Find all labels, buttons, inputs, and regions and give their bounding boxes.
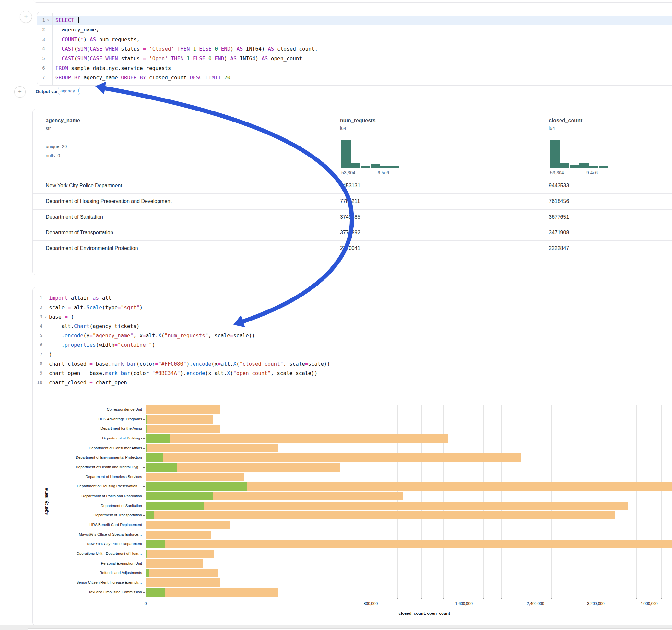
code-text: SELECT [55,17,79,23]
gridline [661,406,662,598]
histogram-bar [380,166,390,168]
code-line[interactable]: 7GROUP BY agency_name ORDER BY closed_co… [37,73,672,83]
table-cell: Department of Transportation [46,230,113,236]
y-axis-label: Department of Homeless Services [39,475,142,479]
code-text: FROM sample_data.nyc.service_requests [55,65,171,71]
histogram-bar [560,163,569,168]
line-number: 5 [33,333,43,338]
code-text: base = ( [49,314,74,320]
code-text: scale = alt.Scale(type="sqrt") [49,304,143,311]
line-number: 7 [37,75,45,80]
line-number: 1 [37,18,45,23]
histogram-bar [351,163,360,168]
add-cell-button-top[interactable]: + [20,11,32,23]
table-cell: 2240041 [340,245,360,251]
table-cell: 3774892 [340,230,360,236]
table-cell: Department of Housing Preservation and D… [46,198,172,204]
code-line[interactable]: 3 COUNT(*) AS num_requests, [37,35,672,44]
gridline [649,406,649,598]
y-axis-label: Refunds and Adjustments [39,571,142,575]
table-row[interactable]: Department of Environmental Protection22… [33,240,672,256]
column-header[interactable]: num_requests [340,118,376,123]
line-number: 3 [37,37,45,42]
column-histogram [550,140,608,168]
x-axis-tick-label: 3,200,000 [587,602,604,606]
dataframe-preview: agency_namestrunique: 20nulls: 0num_requ… [32,108,672,275]
closed-count-bar [146,415,213,423]
line-number: 6 [37,66,45,71]
closed-count-bar [146,473,244,481]
code-line[interactable]: 6FROM sample_data.nyc.service_requests [37,64,672,73]
histogram-bar [370,164,380,168]
table-row[interactable]: Department of Sanitation37494853677651 [33,209,672,225]
column-header[interactable]: agency_name [46,118,80,123]
code-text: import altair as alt [49,295,112,301]
open-count-bar [146,482,247,491]
x-axis-tick-label: 0 [145,602,147,606]
line-number: 5 [37,56,45,61]
chevron-down-icon[interactable]: ∨ [47,19,49,22]
code-text: GROUP BY agency_name ORDER BY closed_cou… [55,75,230,81]
column-stat: nulls: 0 [46,153,60,158]
code-line[interactable]: 5 CAST(SUM(CASE WHEN status = 'Open' THE… [37,54,672,64]
table-cell: 2222847 [549,245,569,251]
code-line[interactable]: 1import altair as alt [33,293,672,303]
code-line[interactable]: 6 .properties(width="container") [33,340,672,350]
code-line[interactable]: 4 alt.Chart(agency_tickets) [33,321,672,331]
code-text: .properties(width="container") [49,342,155,348]
code-line[interactable]: 1∨SELECT [37,16,672,25]
code-line[interactable]: 2 agency_name, [37,25,672,35]
column-histogram [341,140,400,168]
y-axis-label: Department for the Aging [39,427,142,430]
table-row[interactable]: Department of Transportation377489234719… [33,225,672,241]
add-cell-button-output[interactable]: + [14,86,26,98]
open-count-bar [146,434,170,443]
closed-count-bar [146,511,615,519]
y-axis-label: Department of Consumer Affairs [39,446,142,450]
next-cell-edge [28,628,672,630]
y-axis-label: Department of Sanitation [39,504,142,508]
y-axis-label: DHS Advantage Programs [39,417,142,421]
closed-count-bar [146,579,220,587]
closed-count-bar [146,540,672,548]
open-count-bar [146,540,165,548]
table-cell: 9453131 [340,183,360,189]
line-number: 2 [37,27,45,32]
code-text: CAST(SUM(CASE WHEN status = 'Open' THEN … [55,55,302,62]
code-line[interactable]: 7) [33,350,672,359]
closed-count-bar [146,531,211,539]
gutter-divider [52,13,52,84]
code-text: agency_name, [55,27,99,33]
line-number: 3 [33,314,43,319]
previous-cell-edge [32,0,672,3]
y-axis-label: Department of Parks and Recreation [39,494,142,498]
code-text: CAST(SUM(CASE WHEN status = 'Closed' THE… [55,46,318,52]
column-header[interactable]: closed_count [549,118,582,123]
x-axis-tick-label: 800,000 [364,602,378,606]
sql-cell[interactable]: 1∨SELECT 2 agency_name,3 COUNT(*) AS num… [37,12,672,86]
y-axis-label: Mayorâ€ s Office of Special Enforce… [39,532,142,536]
code-line[interactable]: 2scale = alt.Scale(type="sqrt") [33,303,672,312]
histogram-bar [361,166,370,168]
output-variable-pill[interactable]: agency_tickets [58,87,80,95]
y-axis-label: Department of Environmental Protection [39,455,142,459]
closed-count-bar [146,588,278,597]
y-axis-title: agency_name [44,404,49,599]
histogram-bar [599,166,608,168]
code-line[interactable]: 3∨base = ( [33,312,672,321]
y-axis-label: Department of Housing Preservation … [39,484,142,488]
closed-count-bar [146,444,278,453]
code-line[interactable]: 5 .encode(y="agency_name", x=alt.X("num_… [33,331,672,340]
open-count-bar [146,463,177,471]
python-cell[interactable]: 1import altair as alt2scale = alt.Scale(… [32,287,672,626]
table-row[interactable]: Department of Housing Preservation and D… [33,193,672,209]
code-line[interactable]: 10chart_closed + chart_open [33,378,672,387]
code-line[interactable]: 8chart_closed = base.mark_bar(color="#FF… [33,359,672,368]
chevron-down-icon[interactable]: ∨ [44,315,47,319]
code-line[interactable]: 9chart_open = base.mark_bar(color="#8BC3… [33,368,672,378]
code-text: alt.Chart(agency_tickets) [49,323,139,329]
code-line[interactable]: 4 CAST(SUM(CASE WHEN status = 'Closed' T… [37,44,672,54]
table-row[interactable]: New York City Police Department945313194… [33,178,672,194]
table-cell: Department of Environmental Protection [46,245,138,251]
table-cell: 3471908 [549,230,569,236]
